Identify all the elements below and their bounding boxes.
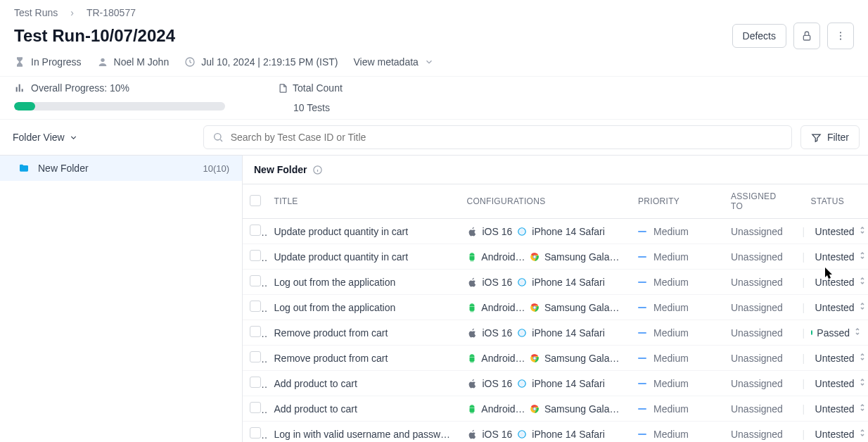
row-configuration: Android 13Samsung Galaxy ... — [467, 251, 625, 263]
status-label: Untested — [815, 429, 855, 440]
safari-icon — [516, 277, 528, 288]
svg-point-17 — [519, 279, 525, 285]
row-checkbox[interactable] — [250, 351, 261, 362]
row-status[interactable]: Untested — [811, 251, 861, 263]
owner-text: Noel M John — [114, 56, 170, 68]
priority-dash-icon — [638, 383, 646, 384]
search-input[interactable] — [231, 132, 783, 143]
table-row[interactable]: Log in with valid username and passwordi… — [243, 422, 868, 443]
row-status[interactable]: Untested — [811, 428, 861, 440]
row-configuration: iOS 16iPhone 14 Safari — [467, 429, 625, 440]
android-icon — [467, 302, 478, 313]
breadcrumb-root[interactable]: Test Runs — [14, 7, 58, 18]
column-status[interactable]: STATUS — [804, 184, 868, 219]
row-configuration: iOS 16iPhone 14 Safari — [467, 277, 625, 288]
row-assigned: Unassigned — [724, 371, 795, 396]
status-select-icon[interactable] — [859, 403, 866, 415]
bars-icon — [14, 82, 25, 94]
filter-button[interactable]: Filter — [800, 125, 860, 149]
row-checkbox[interactable] — [250, 225, 261, 236]
android-icon — [467, 403, 478, 415]
row-configuration: Android 13Samsung Galaxy ... — [467, 403, 625, 415]
row-status[interactable]: Untested — [811, 276, 861, 288]
folder-icon — [18, 163, 30, 174]
table-row[interactable]: Add product to cartAndroid 13Samsung Gal… — [243, 396, 868, 422]
row-assigned: Unassigned — [724, 320, 795, 346]
folder-view-dropdown[interactable]: Folder View — [8, 127, 82, 147]
chrome-icon — [530, 403, 540, 415]
row-priority: Medium — [638, 302, 717, 313]
row-priority: Medium — [638, 226, 717, 237]
row-checkbox[interactable] — [250, 326, 261, 337]
status-select-icon[interactable] — [859, 276, 866, 288]
table-row[interactable]: Add product to cartiOS 16iPhone 14 Safar… — [243, 371, 868, 396]
status-label: Untested — [815, 226, 855, 237]
os-label: iOS 16 — [483, 429, 513, 440]
table-row[interactable]: Update product quantity in cartiOS 16iPh… — [243, 219, 868, 244]
column-assigned[interactable]: ASSIGNED TO — [724, 184, 795, 219]
row-priority: Medium — [638, 251, 717, 263]
row-checkbox[interactable] — [250, 377, 261, 388]
more-menu-button[interactable] — [827, 23, 854, 49]
table-row[interactable]: Remove product from cartiOS 16iPhone 14 … — [243, 320, 868, 346]
table-row[interactable]: Remove product from cartAndroid 13Samsun… — [243, 346, 868, 371]
priority-dash-icon — [638, 307, 646, 308]
status-label: Untested — [815, 302, 855, 313]
device-label: Samsung Galaxy ... — [544, 403, 624, 415]
svg-point-12 — [519, 228, 525, 234]
column-divider: | — [795, 244, 803, 270]
status-select-icon[interactable] — [859, 225, 866, 237]
row-status[interactable]: Passed — [811, 327, 861, 339]
column-divider: | — [795, 320, 803, 346]
svg-rect-8 — [22, 89, 23, 91]
status-select-icon[interactable] — [859, 377, 866, 389]
column-title[interactable]: TITLE — [267, 184, 460, 219]
status-select-icon[interactable] — [859, 352, 866, 364]
clock-icon — [184, 56, 196, 68]
status-select-icon[interactable] — [854, 327, 861, 339]
row-priority: Medium — [638, 403, 717, 415]
owner-item: Noel M John — [97, 56, 170, 68]
os-label: iOS 16 — [483, 226, 513, 237]
row-checkbox[interactable] — [250, 402, 261, 413]
status-label: Untested — [815, 251, 855, 263]
total-count-value: 10 Tests — [278, 102, 343, 113]
column-configurations[interactable]: CONFIGURATIONS — [460, 184, 632, 219]
row-checkbox[interactable] — [250, 250, 261, 261]
info-icon[interactable] — [312, 165, 323, 175]
search-box[interactable] — [203, 125, 792, 149]
document-icon — [278, 83, 288, 94]
device-label: Samsung Galaxy ... — [544, 353, 624, 364]
view-metadata-button[interactable]: View metadata — [353, 56, 433, 68]
priority-dash-icon — [638, 434, 646, 435]
hourglass-icon — [14, 56, 25, 68]
table-row[interactable]: Log out from the applicationiOS 16iPhone… — [243, 270, 868, 295]
status-select-icon[interactable] — [859, 301, 866, 313]
row-status[interactable]: Untested — [811, 352, 861, 364]
row-configuration: iOS 16iPhone 14 Safari — [467, 327, 625, 339]
row-priority: Medium — [638, 378, 717, 389]
row-checkbox[interactable] — [250, 427, 261, 438]
breadcrumb-id[interactable]: TR-180577 — [87, 7, 136, 18]
total-count-label: Total Count — [293, 82, 343, 94]
svg-point-20 — [534, 306, 537, 309]
row-checkbox[interactable] — [250, 275, 261, 286]
row-status[interactable]: Untested — [811, 225, 861, 237]
defects-button[interactable]: Defects — [732, 24, 786, 48]
row-status[interactable]: Untested — [811, 403, 861, 415]
sidebar-folder-count: 10(10) — [203, 163, 229, 174]
status-select-icon[interactable] — [859, 428, 866, 440]
row-status[interactable]: Untested — [811, 377, 861, 389]
person-icon — [97, 56, 108, 68]
table-row[interactable]: Log out from the applicationAndroid 13Sa… — [243, 295, 868, 320]
column-priority[interactable]: PRIORITY — [631, 184, 724, 219]
table-row[interactable]: Update product quantity in cartAndroid 1… — [243, 244, 868, 270]
select-all-checkbox[interactable] — [250, 195, 261, 206]
lock-button[interactable] — [793, 23, 820, 49]
row-status[interactable]: Untested — [811, 301, 861, 313]
status-select-icon[interactable] — [859, 251, 866, 263]
row-checkbox[interactable] — [250, 301, 261, 312]
lock-icon — [801, 30, 812, 42]
filter-icon — [811, 132, 822, 143]
sidebar-folder-item[interactable]: New Folder 10(10) — [0, 156, 242, 181]
